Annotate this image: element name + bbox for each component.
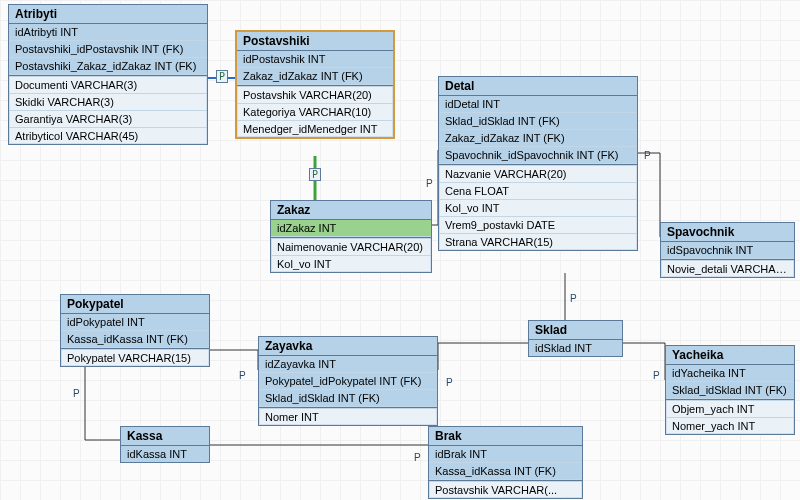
entity-field: Atribyticol VARCHAR(45) — [9, 128, 207, 144]
entity-pk-field: idBrak INT — [429, 446, 582, 463]
entity-title: Detal — [439, 77, 637, 96]
entity-sklad[interactable]: SkladidSklad INT — [528, 320, 623, 357]
entity-field: Menedger_idMenedger INT — [237, 121, 393, 137]
entity-field: Objem_yach INT — [666, 401, 794, 418]
rel-label-p: P — [651, 370, 662, 381]
entity-field: Documenti VARCHAR(3) — [9, 77, 207, 94]
entity-title: Spavochnik — [661, 223, 794, 242]
entity-pk-field: Kassa_idKassa INT (FK) — [61, 331, 209, 348]
entity-pk-field: Pokypatel_idPokypatel INT (FK) — [259, 373, 437, 390]
entity-pk-field: idKassa INT — [121, 446, 209, 462]
entity-kassa[interactable]: KassaidKassa INT — [120, 426, 210, 463]
entity-field: Nomer_yach INT — [666, 418, 794, 434]
entity-pk-field: idYacheika INT — [666, 365, 794, 382]
entity-field: Cena FLOAT — [439, 183, 637, 200]
entity-title: Kassa — [121, 427, 209, 446]
entity-field: Naimenovanie VARCHAR(20) — [271, 239, 431, 256]
entity-field: Kategoriya VARCHAR(10) — [237, 104, 393, 121]
entity-pk-field: Postavshiki_Zakaz_idZakaz INT (FK) — [9, 58, 207, 75]
entity-postavshiki[interactable]: PostavshikiidPostavshik INTZakaz_idZakaz… — [235, 30, 395, 139]
entity-field: Postavshik VARCHAR(... — [429, 482, 582, 498]
entity-brak[interactable]: BrakidBrak INTKassa_idKassa INT (FK)Post… — [428, 426, 583, 499]
entity-title: Zayavka — [259, 337, 437, 356]
entity-pk-field: idDetal INT — [439, 96, 637, 113]
entity-title: Postavshiki — [237, 32, 393, 51]
entity-pk-field: Spavochnik_idSpavochnik INT (FK) — [439, 147, 637, 164]
entity-pk-field: idSklad INT — [529, 340, 622, 356]
entity-zakaz[interactable]: ZakazidZakaz INTNaimenovanie VARCHAR(20)… — [270, 200, 432, 273]
entity-field: Skidki VARCHAR(3) — [9, 94, 207, 111]
entity-field: Garantiya VARCHAR(3) — [9, 111, 207, 128]
entity-zayavka[interactable]: ZayavkaidZayavka INTPokypatel_idPokypate… — [258, 336, 438, 426]
rel-label-p: P — [309, 168, 321, 181]
entity-pokypatel[interactable]: PokypatelidPokypatel INTKassa_idKassa IN… — [60, 294, 210, 367]
entity-pk-field: Zakaz_idZakaz INT (FK) — [237, 68, 393, 85]
entity-title: Zakaz — [271, 201, 431, 220]
entity-field: Vrem9_postavki DATE — [439, 217, 637, 234]
entity-title: Atribyti — [9, 5, 207, 24]
entity-field: Strana VARCHAR(15) — [439, 234, 637, 250]
rel-label-p: P — [444, 377, 455, 388]
entity-field: Novie_detali VARCHAR(20) — [661, 261, 794, 277]
entity-field: Nazvanie VARCHAR(20) — [439, 166, 637, 183]
entity-field: Nomer INT — [259, 409, 437, 425]
rel-label-p: P — [216, 70, 228, 83]
rel-label-p: P — [71, 388, 82, 399]
rel-label-p: P — [412, 452, 423, 463]
entity-title: Yacheika — [666, 346, 794, 365]
entity-pk-field: idZayavka INT — [259, 356, 437, 373]
entity-pk-field: idPostavshik INT — [237, 51, 393, 68]
entity-field: Postavshik VARCHAR(20) — [237, 87, 393, 104]
entity-detal[interactable]: DetalidDetal INTSklad_idSklad INT (FK)Za… — [438, 76, 638, 251]
entity-pk-field: idZakaz INT — [271, 220, 431, 237]
entity-field: Kol_vo INT — [439, 200, 637, 217]
entity-pk-field: idSpavochnik INT — [661, 242, 794, 259]
entity-field: Kol_vo INT — [271, 256, 431, 272]
rel-label-p: P — [568, 293, 579, 304]
entity-title: Pokypatel — [61, 295, 209, 314]
rel-label-p: P — [642, 150, 653, 161]
entity-pk-field: Kassa_idKassa INT (FK) — [429, 463, 582, 480]
entity-pk-field: Sklad_idSklad INT (FK) — [666, 382, 794, 399]
entity-pk-field: idPokypatel INT — [61, 314, 209, 331]
entity-pk-field: Postavshiki_idPostavshik INT (FK) — [9, 41, 207, 58]
entity-yacheika[interactable]: YacheikaidYacheika INTSklad_idSklad INT … — [665, 345, 795, 435]
entity-title: Sklad — [529, 321, 622, 340]
rel-label-p: P — [237, 370, 248, 381]
entity-pk-field: Sklad_idSklad INT (FK) — [439, 113, 637, 130]
entity-field: Pokypatel VARCHAR(15) — [61, 350, 209, 366]
entity-pk-field: Zakaz_idZakaz INT (FK) — [439, 130, 637, 147]
entity-pk-field: idAtribyti INT — [9, 24, 207, 41]
entity-title: Brak — [429, 427, 582, 446]
entity-spavochnik[interactable]: SpavochnikidSpavochnik INTNovie_detali V… — [660, 222, 795, 278]
entity-atribyti[interactable]: AtribytiidAtribyti INTPostavshiki_idPost… — [8, 4, 208, 145]
rel-label-p: P — [424, 178, 435, 189]
entity-pk-field: Sklad_idSklad INT (FK) — [259, 390, 437, 407]
